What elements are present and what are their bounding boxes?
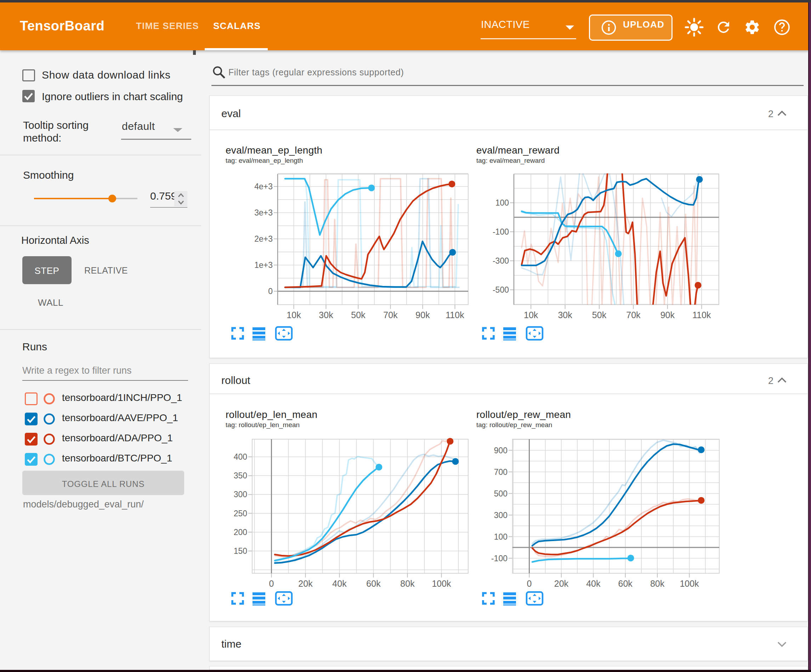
svg-text:0: 0 (527, 579, 532, 589)
svg-text:300: 300 (494, 511, 507, 520)
svg-text:-300: -300 (493, 256, 509, 266)
svg-text:100: 100 (495, 198, 509, 207)
svg-text:250: 250 (234, 509, 247, 518)
svg-text:70k: 70k (626, 310, 641, 320)
svg-text:350: 350 (234, 471, 247, 480)
svg-text:1e+3: 1e+3 (254, 261, 273, 270)
svg-text:4e+3: 4e+3 (254, 182, 273, 191)
svg-text:700: 700 (494, 467, 507, 477)
svg-text:50k: 50k (351, 310, 365, 320)
svg-text:10k: 10k (287, 310, 301, 320)
svg-text:0: 0 (269, 579, 274, 589)
svg-text:2e+3: 2e+3 (254, 234, 273, 244)
svg-text:100: 100 (494, 532, 507, 542)
svg-text:50k: 50k (592, 310, 607, 320)
svg-text:-100: -100 (493, 227, 509, 236)
svg-text:200: 200 (234, 528, 247, 537)
svg-text:-500: -500 (493, 285, 509, 295)
svg-text:400: 400 (234, 452, 247, 462)
svg-text:60k: 60k (366, 579, 381, 589)
svg-text:20k: 20k (554, 579, 569, 589)
svg-text:0: 0 (268, 287, 273, 296)
svg-text:500: 500 (494, 489, 507, 498)
svg-text:110k: 110k (446, 310, 464, 320)
svg-text:150: 150 (234, 547, 247, 555)
svg-text:300: 300 (234, 490, 247, 499)
svg-text:40k: 40k (586, 579, 601, 589)
svg-text:-100: -100 (491, 554, 507, 563)
svg-text:20k: 20k (298, 579, 313, 589)
svg-text:90k: 90k (660, 310, 675, 320)
svg-text:900: 900 (494, 446, 507, 455)
svg-text:10k: 10k (524, 310, 538, 320)
svg-text:40k: 40k (332, 579, 347, 589)
svg-text:60k: 60k (618, 579, 633, 589)
svg-text:90k: 90k (416, 310, 430, 320)
svg-text:70k: 70k (383, 310, 398, 320)
svg-text:80k: 80k (400, 579, 415, 589)
svg-text:30k: 30k (319, 310, 333, 320)
svg-text:80k: 80k (650, 579, 665, 589)
svg-text:3e+3: 3e+3 (254, 208, 273, 217)
svg-text:110k: 110k (692, 310, 711, 320)
svg-text:100k: 100k (680, 579, 699, 589)
svg-text:30k: 30k (558, 310, 572, 320)
svg-text:100k: 100k (432, 579, 451, 589)
